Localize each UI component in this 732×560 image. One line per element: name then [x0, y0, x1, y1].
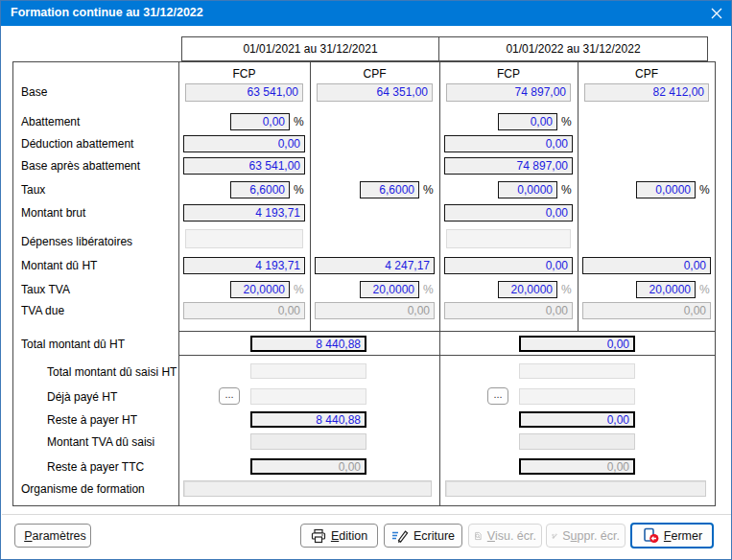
field-tva-due-cpf-2022: 0,00	[582, 302, 711, 319]
row-label-reste-ht: Reste à payer HT	[47, 413, 137, 427]
percent-sign: %	[423, 283, 434, 296]
field-taux-tva-fcp-2021[interactable]: 20,0000	[230, 281, 290, 298]
parametres-label: Paramètres	[24, 529, 86, 543]
close-button[interactable]	[702, 1, 731, 26]
period-header-2022: 01/01/2022 au 31/12/2022	[439, 36, 708, 61]
field-montant-du-cpf-2021[interactable]: 4 247,17	[315, 257, 435, 274]
field-taux-tva-cpf-2022[interactable]: 20,0000	[636, 281, 696, 298]
field-reste-ttc-2021: 0,00	[250, 458, 366, 475]
percent-sign: %	[699, 183, 710, 197]
field-depenses-fcp-2021	[185, 229, 303, 248]
field-deduction-fcp-2021[interactable]: 0,00	[183, 135, 305, 152]
grid-line	[310, 61, 311, 331]
more-button-2021[interactable]: ...	[219, 387, 240, 405]
field-taux-tva-cpf-2021[interactable]: 20,0000	[360, 281, 419, 298]
row-label-abattement: Abattement	[21, 115, 80, 128]
field-total-2022: 0,00	[519, 336, 635, 352]
grid-line	[178, 355, 716, 356]
parametres-button[interactable]: Paramètres	[14, 524, 91, 548]
field-taux-cpf-2022[interactable]: 0,0000	[636, 181, 696, 198]
ecriture-button[interactable]: Ecriture	[384, 524, 462, 548]
pen-write-icon	[391, 528, 409, 544]
doc-magnifier-icon	[474, 528, 483, 544]
field-base-cpf-2022: 82 412,00	[584, 83, 709, 102]
percent-sign: %	[561, 115, 572, 128]
col-header-cpf-2021: CPF	[310, 67, 439, 81]
field-taux-fcp-2021[interactable]: 6,6000	[230, 181, 290, 198]
ecriture-label: Ecriture	[413, 529, 455, 543]
field-total-saisi-2022	[519, 363, 635, 379]
field-total-2021: 8 440,88	[250, 336, 366, 352]
row-label-base-apres: Base après abattement	[21, 159, 140, 173]
field-total-saisi-2021	[250, 363, 366, 379]
grid-line	[178, 331, 716, 332]
pen-delete-icon	[552, 528, 557, 544]
field-montant-du-fcp-2021[interactable]: 4 193,71	[183, 257, 305, 274]
close-icon	[711, 8, 722, 19]
row-label-tva-due: TVA due	[21, 304, 64, 317]
row-label-total-saisi: Total montant dû saisi HT	[47, 365, 177, 379]
more-button-2022[interactable]: ...	[487, 387, 508, 405]
percent-sign: %	[561, 283, 572, 296]
visu-ecr-label: Visu. écr.	[487, 529, 536, 543]
field-deja-paye-2022	[519, 388, 635, 405]
edition-label: Edition	[331, 529, 367, 543]
row-label-deduction: Déduction abattement	[21, 137, 133, 151]
suppr-ecr-button: Suppr. écr.	[546, 524, 626, 548]
row-label-taux-tva: Taux TVA	[21, 283, 70, 296]
field-base-apres-fcp-2022[interactable]: 74 897,00	[444, 157, 573, 175]
row-label-tva-saisi: Montant TVA dû saisi	[47, 435, 154, 449]
edition-button[interactable]: Edition	[300, 524, 378, 548]
percent-sign: %	[294, 115, 304, 128]
field-base-apres-fcp-2021[interactable]: 63 541,00	[183, 157, 305, 175]
grid-line	[578, 61, 579, 331]
fermer-label: Fermer	[664, 529, 702, 543]
field-montant-du-fcp-2022[interactable]: 0,00	[444, 257, 573, 274]
field-abattement-fcp-2022[interactable]: 0,00	[498, 113, 557, 130]
percent-sign: %	[699, 283, 710, 296]
field-abattement-fcp-2021[interactable]: 0,00	[230, 113, 290, 130]
row-label-total: Total montant dû HT	[21, 338, 125, 351]
field-organisme-2022	[445, 480, 706, 497]
percent-sign: %	[423, 183, 434, 197]
divider	[2, 514, 732, 515]
fermer-button[interactable]: Fermer	[630, 523, 714, 548]
row-label-base: Base	[21, 85, 47, 99]
field-deja-paye-2021	[250, 388, 366, 405]
field-reste-ttc-2022: 0,00	[519, 458, 635, 475]
row-label-reste-ttc: Reste à payer TTC	[47, 460, 144, 474]
row-label-deja-paye: Déjà payé HT	[47, 390, 117, 404]
row-label-organisme: Organisme de formation	[21, 482, 145, 496]
field-montant-brut-fcp-2021[interactable]: 4 193,71	[183, 204, 305, 222]
field-taux-cpf-2021[interactable]: 6,6000	[360, 181, 419, 198]
field-montant-brut-fcp-2022[interactable]: 0,00	[444, 204, 573, 222]
percent-sign: %	[561, 183, 572, 197]
formation-continue-dialog: Formation continue au 31/12/2022 01/01/2…	[0, 0, 732, 560]
suppr-ecr-label: Suppr. écr.	[562, 529, 620, 543]
exit-door-icon	[642, 527, 659, 544]
col-header-cpf-2022: CPF	[578, 67, 716, 81]
field-base-fcp-2021: 63 541,00	[185, 83, 303, 102]
field-tva-saisi-2022	[519, 433, 635, 450]
printer-icon	[311, 528, 326, 544]
field-depenses-fcp-2022	[446, 229, 571, 248]
field-taux-tva-fcp-2022[interactable]: 20,0000	[498, 281, 557, 298]
grid-line	[178, 61, 179, 506]
titlebar: Formation continue au 31/12/2022	[1, 1, 732, 26]
field-base-fcp-2022: 74 897,00	[446, 83, 571, 102]
field-tva-due-fcp-2021: 0,00	[183, 302, 305, 319]
visu-ecr-button: Visu. écr.	[468, 524, 542, 548]
field-base-cpf-2021: 64 351,00	[317, 83, 433, 102]
field-tva-due-cpf-2021: 0,00	[315, 302, 435, 319]
percent-sign: %	[294, 283, 304, 296]
field-organisme-2021	[183, 480, 432, 497]
field-montant-du-cpf-2022[interactable]: 0,00	[582, 257, 711, 274]
percent-sign: %	[294, 183, 304, 197]
field-deduction-fcp-2022[interactable]: 0,00	[444, 135, 573, 152]
window-title: Formation continue au 31/12/2022	[11, 6, 203, 19]
row-label-depenses: Dépenses libératoires	[21, 235, 132, 248]
field-reste-ht-2021: 8 440,88	[250, 411, 366, 428]
field-taux-fcp-2022[interactable]: 0,0000	[498, 181, 557, 198]
field-reste-ht-2022: 0,00	[519, 411, 635, 428]
row-label-montant-brut: Montant brut	[21, 206, 85, 220]
